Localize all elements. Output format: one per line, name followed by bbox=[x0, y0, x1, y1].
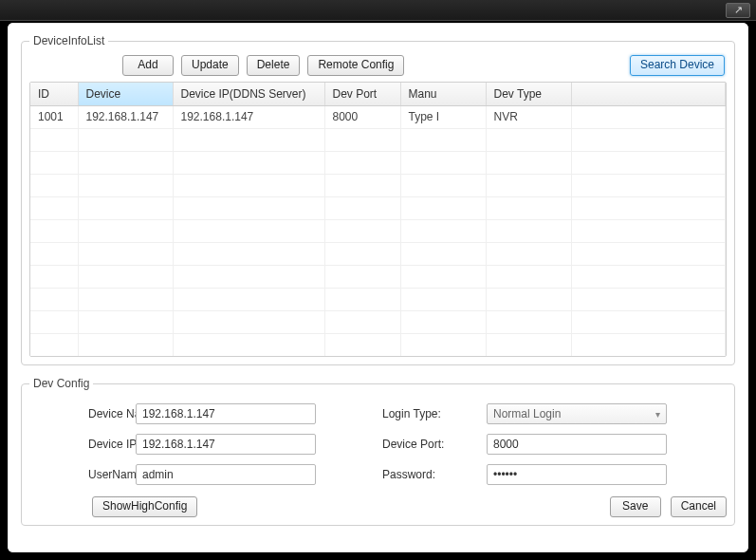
table-cell: Type I bbox=[400, 105, 486, 128]
table-row bbox=[30, 265, 726, 288]
table-cell bbox=[30, 128, 78, 151]
username-input[interactable] bbox=[136, 464, 316, 485]
table-cell bbox=[571, 219, 726, 242]
table-cell bbox=[400, 128, 486, 151]
restore-glyph: ↗ bbox=[734, 4, 743, 16]
table-cell bbox=[324, 356, 400, 357]
cancel-button[interactable]: Cancel bbox=[671, 496, 727, 517]
table-cell bbox=[30, 196, 78, 219]
save-button[interactable]: Save bbox=[610, 496, 661, 517]
table-row bbox=[30, 174, 726, 196]
password-input[interactable] bbox=[487, 464, 667, 485]
table-cell bbox=[324, 288, 400, 310]
table-cell bbox=[324, 265, 400, 288]
table-cell bbox=[486, 242, 571, 265]
table-cell bbox=[78, 356, 173, 357]
table-cell bbox=[400, 288, 486, 310]
table-cell bbox=[78, 151, 173, 174]
table-cell bbox=[571, 310, 726, 333]
table-cell bbox=[78, 333, 173, 356]
table-cell bbox=[400, 310, 486, 333]
table-row bbox=[30, 151, 726, 174]
table-cell-filler bbox=[571, 105, 726, 128]
table-cell bbox=[571, 288, 726, 310]
table-cell bbox=[571, 333, 726, 356]
grid-column-header[interactable]: Device bbox=[78, 83, 173, 105]
grid-column-header[interactable]: Dev Port bbox=[324, 83, 400, 105]
table-cell bbox=[571, 128, 726, 151]
show-high-config-button[interactable]: ShowHighConfig bbox=[92, 496, 197, 517]
login-type-select[interactable]: Normal Login ▾ bbox=[487, 403, 667, 424]
delete-button[interactable]: Delete bbox=[247, 55, 301, 76]
password-label: Password: bbox=[382, 468, 487, 481]
table-cell bbox=[486, 196, 571, 219]
device-name-input[interactable] bbox=[136, 403, 316, 424]
titlebar: ↗ bbox=[0, 0, 756, 21]
grid-column-header[interactable]: Manu bbox=[400, 83, 486, 105]
table-row bbox=[30, 356, 726, 357]
table-cell bbox=[486, 265, 571, 288]
table-cell bbox=[400, 219, 486, 242]
table-cell bbox=[30, 151, 78, 174]
device-grid[interactable]: IDDeviceDevice IP(DDNS Server)Dev PortMa… bbox=[29, 82, 727, 357]
table-cell bbox=[173, 288, 324, 310]
table-cell bbox=[571, 242, 726, 265]
table-cell bbox=[30, 174, 78, 196]
grid-column-header[interactable]: ID bbox=[30, 83, 78, 105]
table-cell bbox=[30, 356, 78, 357]
table-cell bbox=[400, 242, 486, 265]
table-cell bbox=[173, 310, 324, 333]
table-cell bbox=[78, 196, 173, 219]
device-port-input[interactable] bbox=[487, 434, 667, 455]
table-row bbox=[30, 242, 726, 265]
dev-config-legend: Dev Config bbox=[29, 377, 93, 390]
grid-column-header[interactable]: Dev Type bbox=[486, 83, 571, 105]
table-cell bbox=[486, 356, 571, 357]
table-cell: NVR bbox=[486, 105, 571, 128]
table-cell bbox=[571, 174, 726, 196]
table-cell bbox=[173, 242, 324, 265]
update-button[interactable]: Update bbox=[181, 55, 239, 76]
table-row bbox=[30, 310, 726, 333]
login-type-value: Normal Login bbox=[493, 407, 561, 420]
table-cell bbox=[486, 174, 571, 196]
table-cell bbox=[324, 174, 400, 196]
table-cell bbox=[400, 174, 486, 196]
table-cell bbox=[173, 356, 324, 357]
table-cell: 8000 bbox=[324, 105, 400, 128]
table-cell bbox=[173, 265, 324, 288]
table-cell bbox=[173, 151, 324, 174]
search-device-button[interactable]: Search Device bbox=[630, 55, 725, 76]
table-cell bbox=[78, 242, 173, 265]
table-cell bbox=[173, 333, 324, 356]
restore-icon[interactable]: ↗ bbox=[726, 3, 750, 18]
device-info-list-legend: DeviceInfoList bbox=[29, 34, 108, 47]
toolbar: Add Update Delete Remote Config Search D… bbox=[29, 55, 727, 82]
table-cell bbox=[324, 196, 400, 219]
table-cell bbox=[30, 310, 78, 333]
table-cell bbox=[486, 333, 571, 356]
remote-config-button[interactable]: Remote Config bbox=[307, 55, 404, 76]
device-info-list-group: DeviceInfoList Add Update Delete Remote … bbox=[21, 34, 735, 365]
grid-column-header[interactable]: Device IP(DDNS Server) bbox=[173, 83, 324, 105]
table-cell bbox=[173, 174, 324, 196]
table-cell bbox=[30, 288, 78, 310]
table-row bbox=[30, 333, 726, 356]
table-cell bbox=[400, 196, 486, 219]
dev-config-group: Dev Config Device Name: Login Type: Norm… bbox=[21, 377, 735, 526]
device-ip-input[interactable] bbox=[136, 434, 316, 455]
table-row[interactable]: 1001192.168.1.147192.168.1.1478000Type I… bbox=[30, 105, 726, 128]
table-cell bbox=[78, 174, 173, 196]
table-cell bbox=[173, 219, 324, 242]
table-cell bbox=[571, 356, 726, 357]
grid-header-row: IDDeviceDevice IP(DDNS Server)Dev PortMa… bbox=[30, 83, 726, 105]
table-cell: 1001 bbox=[30, 105, 78, 128]
table-row bbox=[30, 219, 726, 242]
table-cell bbox=[30, 219, 78, 242]
table-cell bbox=[173, 196, 324, 219]
table-cell bbox=[78, 128, 173, 151]
add-button[interactable]: Add bbox=[122, 55, 174, 76]
table-cell bbox=[78, 310, 173, 333]
table-cell bbox=[400, 151, 486, 174]
table-cell bbox=[571, 265, 726, 288]
